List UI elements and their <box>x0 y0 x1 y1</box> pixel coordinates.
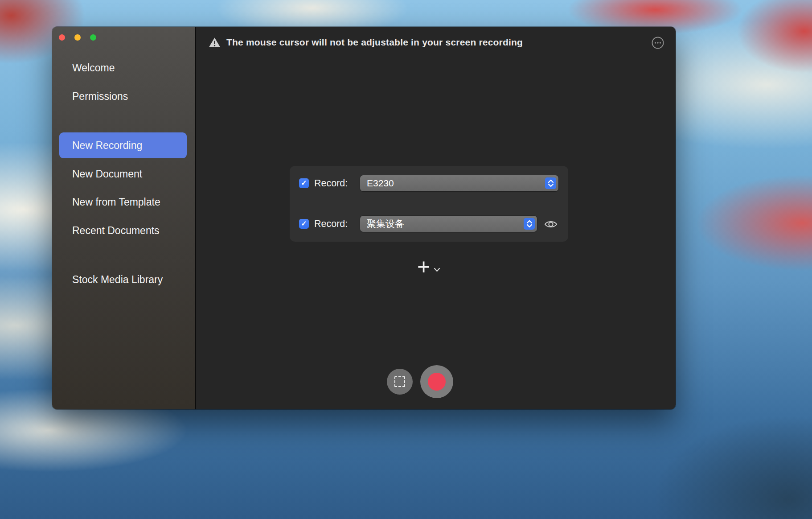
sidebar-item-recent-documents[interactable]: Recent Documents <box>52 218 195 243</box>
preview-eye-button[interactable] <box>544 219 558 230</box>
minimize-button[interactable] <box>74 34 81 41</box>
record-button[interactable] <box>420 365 453 398</box>
dropdown-stepper-icon-2[interactable] <box>524 218 535 230</box>
sidebar-item-new-recording[interactable]: New Recording <box>59 132 187 158</box>
sidebar-item-welcome[interactable]: Welcome <box>52 55 195 81</box>
record-label-2: Record: <box>314 216 348 232</box>
record-row-screen: ✓ Record: E3230 <box>290 175 568 191</box>
sidebar-item-new-from-template[interactable]: New from Template <box>52 189 195 215</box>
warning-banner: The mouse cursor will not be adjustable … <box>196 27 676 58</box>
record-source-dropdown-1[interactable]: E3230 <box>360 175 558 191</box>
record-source-value-1: E3230 <box>367 178 394 189</box>
add-source-button[interactable]: + <box>417 253 440 280</box>
recording-sources-panel: ✓ Record: E3230 ✓ Record: 聚集设备 <box>290 166 568 242</box>
dashed-region-icon <box>394 376 405 387</box>
sidebar-item-permissions[interactable]: Permissions <box>52 83 195 109</box>
chevron-down-icon <box>434 268 440 272</box>
record-label-1: Record: <box>314 175 348 191</box>
more-options-button[interactable] <box>652 37 664 49</box>
record-source-value-2: 聚集设备 <box>367 218 404 230</box>
record-source-dropdown-2[interactable]: 聚集设备 <box>360 216 537 232</box>
region-select-button[interactable] <box>387 369 413 395</box>
record-dot-icon <box>428 373 446 391</box>
record-checkbox-1[interactable]: ✓ <box>299 178 309 188</box>
sidebar-item-stock-media-library[interactable]: Stock Media Library <box>52 267 195 292</box>
warning-icon <box>209 37 221 48</box>
record-row-audio: ✓ Record: 聚集设备 <box>290 216 568 232</box>
main-content: The mouse cursor will not be adjustable … <box>196 27 676 409</box>
sidebar: Welcome Permissions New Recording New Do… <box>52 27 195 409</box>
app-window: Welcome Permissions New Recording New Do… <box>52 27 676 409</box>
window-controls <box>59 34 96 41</box>
sidebar-item-new-document[interactable]: New Document <box>52 161 195 187</box>
record-checkbox-2[interactable]: ✓ <box>299 219 309 229</box>
plus-icon: + <box>417 255 430 278</box>
close-button[interactable] <box>59 34 65 41</box>
dropdown-stepper-icon-1[interactable] <box>545 177 556 189</box>
warning-text: The mouse cursor will not be adjustable … <box>226 37 523 48</box>
zoom-button[interactable] <box>90 34 96 41</box>
